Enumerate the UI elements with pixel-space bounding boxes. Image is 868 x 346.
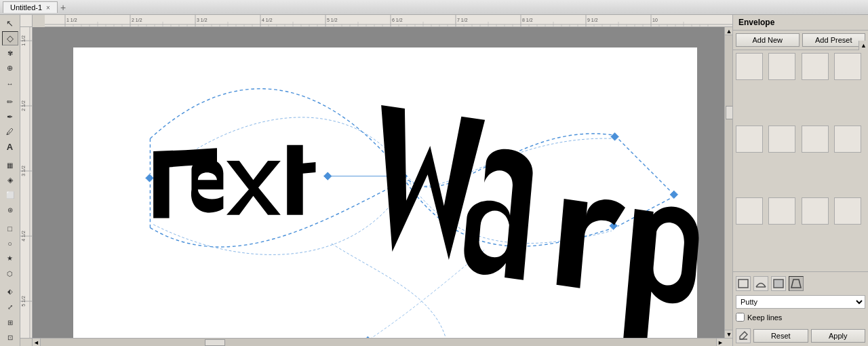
pointer-tool[interactable]: ↖	[2, 16, 18, 31]
add-new-button[interactable]: Add New	[736, 33, 800, 47]
node-edit-tool[interactable]: ⬖	[2, 284, 18, 299]
pick-icon-button[interactable]	[736, 328, 751, 343]
spray-tool[interactable]: ⊛	[2, 203, 18, 217]
panel-buttons: Add New Add Preset	[733, 31, 868, 50]
3dbox-tool[interactable]: ⬡	[2, 266, 18, 280]
svg-text:8 1/2: 8 1/2	[522, 18, 533, 22]
svg-text:5 1/2: 5 1/2	[327, 18, 338, 22]
connector-tool[interactable]: ⤢	[2, 299, 18, 313]
rect-tool[interactable]: □	[2, 221, 18, 235]
canvas[interactable]: Text	[33, 27, 732, 338]
panel-controls: Putty Linear Arc Bilateral Keep lines	[733, 271, 868, 326]
envelope-panel: Envelope Add New Add Preset ▲	[732, 15, 868, 346]
measure-tool[interactable]: ↔	[2, 77, 18, 91]
svg-rect-117	[774, 280, 783, 288]
apply-button[interactable]: Apply	[811, 329, 866, 343]
preset-cell-1[interactable]	[736, 53, 763, 80]
calligraphy-tool[interactable]: 🖊	[2, 125, 18, 139]
preset-grid	[733, 50, 868, 271]
linear-mode-icon[interactable]	[736, 276, 751, 291]
separator2	[2, 155, 18, 157]
preset-cell-2[interactable]	[768, 53, 795, 80]
panel-vscroll[interactable]: ▲	[859, 41, 868, 50]
svg-text:2 1/2: 2 1/2	[132, 18, 142, 22]
svg-text:9 1/2: 9 1/2	[587, 18, 598, 22]
svg-text:3 1/2: 3 1/2	[197, 18, 208, 22]
fill-tool[interactable]: ◈	[2, 173, 18, 187]
svg-text:2 1/2: 2 1/2	[21, 100, 26, 111]
canvas-area: // Will be drawn by inline JS below 1 1/…	[20, 15, 732, 346]
preset-cell-8[interactable]	[834, 126, 861, 153]
canvas-paper	[73, 47, 697, 338]
bottom-tool[interactable]: ⊡	[2, 330, 18, 345]
preset-cell-12[interactable]	[834, 197, 861, 225]
gradient-tool[interactable]: ▦	[2, 158, 18, 172]
pen-tool[interactable]: ✒	[2, 110, 18, 124]
svg-text:3 1/2: 3 1/2	[21, 166, 26, 176]
reset-button[interactable]: Reset	[753, 329, 808, 343]
panel-title: Envelope	[733, 15, 868, 31]
keep-lines-checkbox[interactable]	[736, 313, 745, 322]
ruler-left-svg: 1 1/22 1/23 1/24 1/25 1/26 1/2	[20, 27, 33, 338]
preset-cell-9[interactable]	[736, 197, 763, 225]
ruler-left: 1 1/22 1/23 1/24 1/25 1/26 1/2	[20, 27, 33, 338]
tab-label: Untitled-1	[10, 3, 42, 12]
perspective-mode-icon[interactable]	[789, 276, 804, 291]
dropdown-row: Putty Linear Arc Bilateral	[736, 295, 865, 309]
keep-lines-row: Keep lines	[736, 313, 865, 322]
tab-close-button[interactable]: ×	[46, 4, 50, 12]
hscroll-right[interactable]: ►	[716, 339, 724, 346]
ruler-top-svg: // Will be drawn by inline JS below 1 1/…	[45, 15, 732, 26]
titlebar: Untitled-1 × +	[0, 0, 868, 15]
separator1	[2, 92, 18, 94]
left-toolbar: ↖ ◇ ✾ ⊕ ↔ ✏ ✒ 🖊 A ▦ ◈ ⬜ ⊛ □ ○ ★ ⬡ ⬖ ⤢ ⊞ …	[0, 15, 20, 346]
canvas-hscroll[interactable]: ◄ ►	[20, 338, 732, 346]
star-tool[interactable]: ★	[2, 251, 18, 265]
preset-cell-7[interactable]	[802, 126, 829, 153]
hscroll-left[interactable]: ◄	[33, 339, 41, 346]
svg-text:6 1/2: 6 1/2	[392, 18, 403, 22]
bilateral-mode-icon[interactable]	[771, 276, 786, 291]
keep-lines-label: Keep lines	[747, 313, 782, 322]
tab-add-button[interactable]: +	[60, 2, 66, 13]
add-preset-button[interactable]: Add Preset	[802, 33, 866, 47]
canvas-vscroll[interactable]: ▲ ▼	[724, 27, 732, 338]
svg-text:5 1/2: 5 1/2	[21, 296, 26, 307]
separator4	[2, 282, 18, 284]
preset-cell-3[interactable]	[802, 53, 829, 80]
main-layout: ↖ ◇ ✾ ⊕ ↔ ✏ ✒ 🖊 A ▦ ◈ ⬜ ⊛ □ ○ ★ ⬡ ⬖ ⤢ ⊞ …	[0, 15, 868, 346]
circle-tool[interactable]: ○	[2, 236, 18, 250]
svg-text:4 1/2: 4 1/2	[21, 231, 26, 242]
document-tab[interactable]: Untitled-1 ×	[3, 1, 58, 13]
arc-mode-icon[interactable]	[753, 276, 768, 291]
panel-scroll-up[interactable]: ▲	[861, 42, 867, 49]
preset-cell-6[interactable]	[768, 126, 795, 153]
text-tool[interactable]: A	[2, 140, 18, 154]
svg-text:7 1/2: 7 1/2	[457, 18, 468, 22]
action-buttons: Reset Apply	[733, 326, 868, 346]
transform-tool[interactable]: ⊞	[2, 315, 18, 330]
ruler-top: // Will be drawn by inline JS below 1 1/…	[45, 15, 732, 27]
pencil-draw-tool[interactable]: ✏	[2, 94, 18, 109]
preset-cell-11[interactable]	[802, 197, 829, 225]
preset-cell-5[interactable]	[736, 126, 763, 153]
tweak-tool[interactable]: ✾	[2, 46, 18, 60]
mode-dropdown[interactable]: Putty Linear Arc Bilateral	[736, 295, 865, 309]
node-tool[interactable]: ◇	[2, 31, 18, 45]
zoom-tool[interactable]: ⊕	[2, 61, 18, 75]
svg-text:10: 10	[652, 18, 658, 22]
separator3	[2, 218, 18, 220]
preset-cell-4[interactable]	[834, 53, 861, 80]
svg-text:4 1/2: 4 1/2	[262, 18, 273, 22]
mode-icons	[736, 276, 865, 291]
svg-text:1 1/2: 1 1/2	[21, 35, 26, 46]
svg-rect-115	[738, 280, 748, 288]
preset-cell-10[interactable]	[768, 197, 795, 225]
svg-text:1 1/2: 1 1/2	[66, 18, 77, 22]
eraser-tool[interactable]: ⬜	[2, 188, 18, 202]
